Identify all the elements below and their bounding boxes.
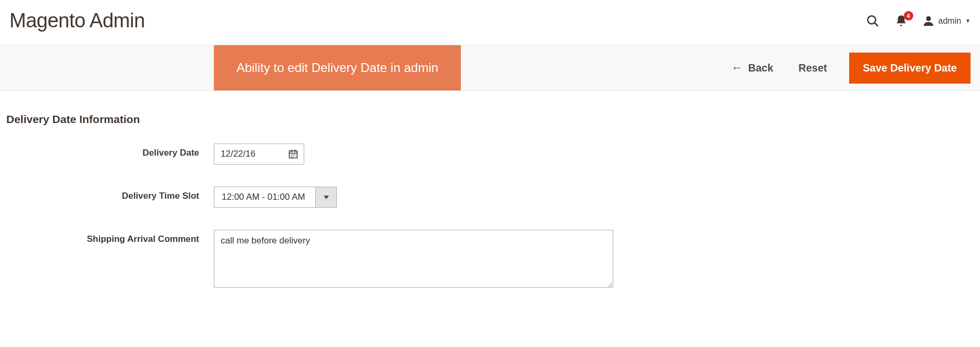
calendar-icon bbox=[288, 149, 298, 159]
svg-point-2 bbox=[926, 16, 931, 21]
delivery-date-field-wrap bbox=[214, 144, 304, 165]
notifications-badge: 4 bbox=[904, 11, 913, 21]
save-delivery-date-button[interactable]: Save Delivery Date bbox=[849, 53, 971, 84]
time-slot-control: 12:00 AM - 01:00 AM bbox=[214, 187, 337, 208]
svg-line-1 bbox=[874, 23, 878, 26]
time-slot-label: Delivery Time Slot bbox=[6, 187, 214, 201]
actionbar-spacer bbox=[461, 45, 728, 90]
chevron-down-icon bbox=[324, 196, 329, 199]
shipping-comment-control bbox=[214, 230, 613, 290]
time-slot-selected-value: 12:00 AM - 01:00 AM bbox=[214, 187, 316, 208]
action-bar: Ability to edit Delivery Date in admin ←… bbox=[0, 45, 980, 91]
shipping-comment-label: Shipping Arrival Comment bbox=[6, 230, 214, 244]
time-slot-select[interactable]: 12:00 AM - 01:00 AM bbox=[214, 187, 337, 208]
search-button[interactable] bbox=[866, 14, 880, 28]
actionbar-controls: ← Back Reset Save Delivery Date bbox=[728, 45, 971, 90]
form-row-delivery-date: Delivery Date bbox=[6, 144, 971, 165]
top-header: Magento Admin 4 admin bbox=[0, 0, 980, 45]
form-row-time-slot: Delivery Time Slot 12:00 AM - 01:00 AM bbox=[6, 187, 971, 208]
account-name: admin bbox=[938, 16, 962, 26]
top-header-actions: 4 admin ▼ bbox=[866, 14, 971, 28]
back-button[interactable]: ← Back bbox=[728, 62, 777, 75]
svg-point-0 bbox=[868, 16, 875, 24]
notifications-button[interactable]: 4 bbox=[894, 14, 908, 28]
page-root: Magento Admin 4 admin bbox=[0, 0, 980, 347]
account-menu[interactable]: admin ▼ bbox=[923, 15, 971, 27]
delivery-date-picker-button[interactable] bbox=[283, 144, 304, 164]
reset-button[interactable]: Reset bbox=[796, 62, 830, 75]
delivery-date-input[interactable] bbox=[214, 144, 283, 164]
feature-banner: Ability to edit Delivery Date in admin bbox=[214, 45, 461, 90]
section-title: Delivery Date Information bbox=[6, 113, 971, 126]
search-icon bbox=[866, 14, 880, 28]
shipping-comment-textarea[interactable] bbox=[214, 230, 613, 288]
back-button-label: Back bbox=[748, 62, 773, 74]
actionbar-spacer bbox=[0, 45, 214, 90]
app-title: Magento Admin bbox=[9, 9, 145, 32]
delivery-date-label: Delivery Date bbox=[6, 144, 214, 158]
form-row-shipping-comment: Shipping Arrival Comment bbox=[6, 230, 971, 290]
user-icon bbox=[923, 15, 934, 27]
arrow-left-icon: ← bbox=[731, 62, 743, 74]
reset-button-label: Reset bbox=[799, 62, 827, 74]
delivery-date-section: Delivery Date Information Delivery Date bbox=[0, 91, 980, 290]
delivery-date-control bbox=[214, 144, 304, 165]
time-slot-dropdown-button[interactable] bbox=[316, 187, 337, 208]
chevron-down-icon: ▼ bbox=[965, 18, 971, 24]
